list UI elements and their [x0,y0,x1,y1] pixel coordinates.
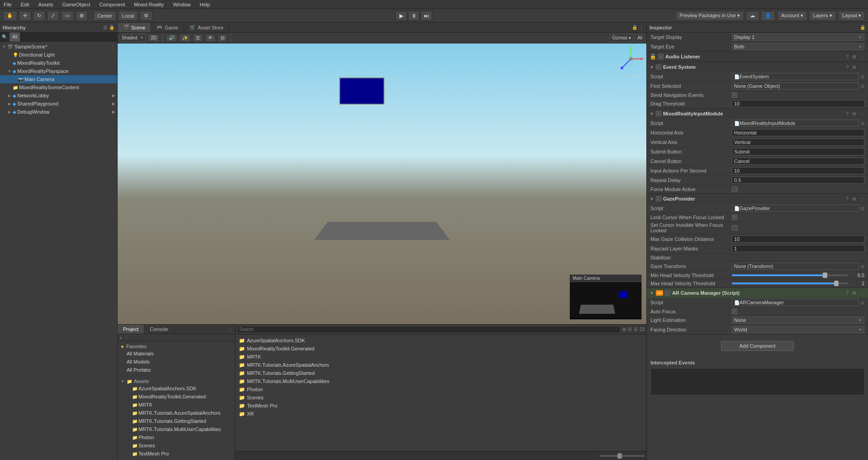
drag-threshold-input[interactable] [732,100,864,107]
size-slider-track[interactable] [599,455,645,457]
gaze-transform-target[interactable]: ⊙ [861,264,864,269]
hierarchy-item[interactable]: 📷 Main Camera [0,75,117,83]
asset-list-item[interactable]: 📁 MRTK [237,353,645,361]
event-enabled-checkbox[interactable] [656,64,661,70]
scene-options-3[interactable]: ⊟ [218,34,228,42]
audio-question[interactable]: ? [845,54,849,60]
assets-tree-item[interactable]: 📁 Scenes [119,441,233,450]
tool-scale[interactable]: ⤢ [47,11,59,21]
ar-script-target[interactable]: ⊙ [861,300,864,305]
min-head-slider-thumb[interactable] [823,273,827,278]
menu-component[interactable]: Component [97,2,127,7]
menu-gameobject[interactable]: GameObject [61,2,92,7]
hierarchy-item[interactable]: ▶ ◆ DebugWindow ▶ [0,108,117,116]
assets-tree-item[interactable]: 📁 TextMesh Pro [119,450,233,458]
mrtk-question[interactable]: ? [845,111,849,117]
first-selected-target[interactable]: ⊙ [861,84,864,89]
assets-tree-item[interactable]: 📁 MRTK [119,401,233,409]
all-dropdown[interactable]: All [635,34,645,42]
fav-item[interactable]: All Materials [119,350,233,358]
hierarchy-item[interactable]: ▶ ◆ SharedPlayground ▶ [0,100,117,108]
options-btn[interactable]: ⋮ [124,335,129,340]
ar-menu[interactable]: ⋮ [859,290,865,296]
tool-rotate[interactable]: ↻ [33,11,45,21]
assets-tree-item[interactable]: 📁 MRTK.Tutorials.AzureSpatialAnchors [119,409,233,417]
cancel-btn-input[interactable] [732,158,864,165]
first-selected-value[interactable]: None (Game Object) [732,82,859,90]
max-gaze-input[interactable] [732,235,864,243]
assets-tree-item[interactable]: 📁 AzureSpatialAnchors.SDK [119,384,233,393]
add-btn[interactable]: + [119,335,122,340]
ar-expand[interactable]: ▼ [650,291,654,296]
gaze-settings[interactable]: ⚙ [851,196,857,202]
gaze-menu[interactable]: ⋮ [859,196,865,202]
min-head-slider-track[interactable] [732,274,848,276]
event-question[interactable]: ? [845,64,849,70]
assets-tree-item[interactable]: 📁 MRTK.Tutorials.MultiUserCapabilities [119,425,233,433]
asset-list-item[interactable]: 📁 AzureSpatialAnchors.SDK [237,336,645,345]
target-display-value[interactable]: Display 1 [732,34,864,41]
asset-view-icon3[interactable]: ☰ [634,327,638,332]
submit-btn-input[interactable] [732,148,864,155]
mrtk-settings[interactable]: ⚙ [851,111,857,117]
ar-enabled-checkbox[interactable] [665,290,670,296]
audio-toggle[interactable]: 🔊 [166,34,177,42]
expand-arrow[interactable]: ▶ [7,110,12,114]
hierarchy-options-icon[interactable]: ⋮ [111,44,115,49]
event-settings[interactable]: ⚙ [851,64,857,70]
gaze-provider-header[interactable]: ▼ GazeProvider ? ⚙ ⋮ [647,194,868,204]
hierarchy-item[interactable]: 📁 MixedRealitySceneContent [0,83,117,91]
asset-list-item[interactable]: 📁 TextMesh Pro [237,402,645,410]
horizontal-axis-input[interactable] [732,129,864,136]
hierarchy-item[interactable]: ◆ MixedRealityToolkit [0,59,117,67]
tab-console[interactable]: Console [144,325,174,334]
set-cursor-checkbox[interactable] [732,225,737,230]
tab-asset-store[interactable]: 🛒 Asset Store [184,23,229,32]
menu-mixed-reality[interactable]: Mixed Reality [132,2,166,7]
gaze-expand[interactable]: ▼ [650,196,654,201]
project-options[interactable]: ⋮ [227,325,235,334]
tab-scene[interactable]: 🎬 Scene [118,23,151,32]
expand-arrow[interactable]: ▶ [7,101,12,106]
asset-list-item[interactable]: 📁 Photon [237,385,645,393]
ar-settings[interactable]: ⚙ [851,290,857,296]
gizmo-widget[interactable] [617,45,645,72]
raycast-input[interactable] [732,245,864,252]
scene-options-2[interactable]: 👁 [205,34,216,42]
tab-game[interactable]: 🎮 Game [151,23,184,32]
scene-panel-lock[interactable]: 🔒 [632,25,637,30]
expand-arrow[interactable]: ▶ [7,93,12,98]
asset-list-item[interactable]: 📁 MRTK.Tutorials.MultiUserCapabilities [237,377,645,385]
input-actions-input[interactable] [732,167,864,174]
mrtk-expand[interactable]: ▼ [650,111,654,116]
hierarchy-lock[interactable]: 🔒 [109,25,114,30]
event-script-value[interactable]: 📄 EventSystem [732,73,859,80]
menu-help[interactable]: Help [198,2,212,7]
mrtk-enabled-checkbox[interactable] [656,111,661,116]
expand-arrow[interactable]: ▼ [7,69,12,73]
assets-tree-item[interactable]: 📁 MixedRealityToolkit.Generated [119,393,233,401]
max-head-slider-track[interactable] [732,283,848,284]
pause-button[interactable]: ⏸ [408,11,420,21]
asset-list-item[interactable]: 📁 MixedRealityToolkit.Generated [237,345,645,353]
scene-panel-options[interactable]: ⋮ [639,25,644,30]
asset-list-item[interactable]: 📁 XR [237,410,645,418]
mrtk-input-header[interactable]: ▼ MixedRealityInputModule ? ⚙ ⋮ [647,109,868,119]
asset-view-icon2[interactable]: ☰ [628,327,632,332]
preview-packages-btn[interactable]: Preview Packages in Use ▾ [675,11,744,21]
extra-tool[interactable]: ⚙ [140,11,152,21]
assets-expand[interactable]: ▼ [120,379,125,383]
mrtk-menu[interactable]: ⋮ [859,111,865,117]
assets-tree-item[interactable]: 📁 XR [119,458,233,460]
hierarchy-item[interactable]: ▼ ◆ MixedRealityPlayspace [0,67,117,75]
pivot-btn[interactable]: Center [93,11,116,21]
audio-enabled-checkbox[interactable] [658,54,664,59]
gaze-script-target[interactable]: ⊙ [861,206,864,211]
fx-toggle[interactable]: ✨ [179,34,191,42]
send-nav-checkbox[interactable] [732,92,737,98]
fav-item[interactable]: All Models [119,358,233,366]
event-menu[interactable]: ⋮ [859,64,865,70]
menu-edit[interactable]: Edit [19,2,31,7]
gaze-enabled-checkbox[interactable] [656,196,661,201]
scene-options-1[interactable]: ☰ [193,34,203,42]
